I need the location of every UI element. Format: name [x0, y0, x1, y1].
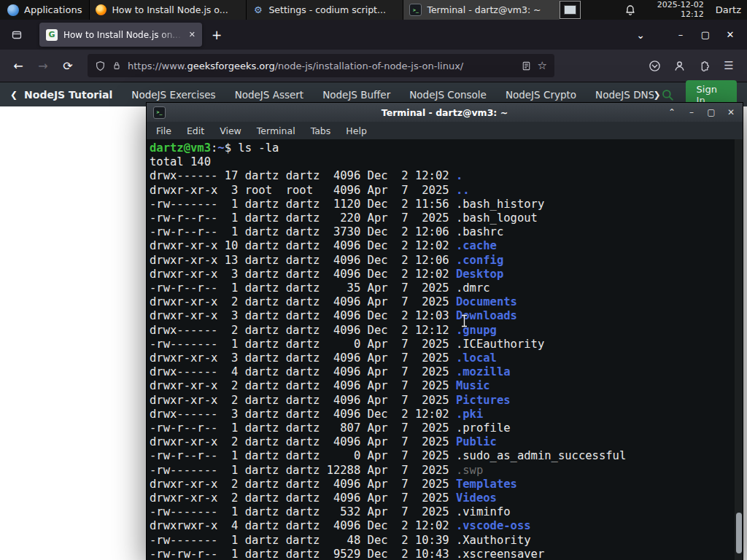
terminal-maximize-button[interactable]: ▢: [706, 107, 716, 117]
ls-row-meta: drwxr-xr-x 3 root root 4096 Apr 7 2025: [150, 184, 456, 197]
forward-button[interactable]: →: [32, 55, 54, 77]
terminal-menu-item[interactable]: Edit: [187, 125, 204, 136]
desktop: Applications How to Install Node.js o...…: [0, 0, 747, 560]
url-protocol: https://www.: [128, 61, 187, 71]
ls-row-meta: drwx------ 2 dartz dartz 4096 Dec 2 12:1…: [150, 324, 456, 337]
ls-row-name: .mozilla: [456, 365, 511, 378]
terminal-ls-row: drwx------ 17 dartz dartz 4096 Dec 2 12:…: [150, 169, 743, 183]
close-button[interactable]: ✕: [722, 29, 738, 40]
shade-button[interactable]: ⌃: [667, 107, 677, 117]
terminal-ls-row: drwxr-xr-x 3 dartz dartz 4096 Dec 2 12:0…: [150, 268, 743, 281]
tab-close-icon[interactable]: ✕: [189, 30, 196, 39]
terminal-ls-row: drwxrwxr-x 4 dartz dartz 4096 Dec 2 12:0…: [150, 519, 743, 533]
top-panel: Applications How to Install Node.js o...…: [0, 0, 747, 20]
maximize-button[interactable]: ▢: [697, 29, 713, 40]
terminal-ls-row: -rw------- 1 dartz dartz 0 Apr 7 2025 .I…: [150, 338, 743, 351]
ls-row-name: .bash_history: [456, 198, 544, 211]
list-all-tabs-icon[interactable]: ⌄: [630, 29, 651, 41]
minimize-button[interactable]: –: [673, 29, 689, 40]
ls-row-meta: drwx------ 17 dartz dartz 4096 Dec 2 12:…: [150, 169, 456, 182]
site-nav-link[interactable]: NodeJS Tutorial: [24, 89, 112, 101]
ls-row-name: .config: [456, 254, 503, 267]
url-path: /node-js/installation-of-node-js-on-linu…: [275, 61, 464, 71]
firefox-view-icon[interactable]: [6, 24, 28, 46]
tray-terminal-icon[interactable]: [560, 1, 581, 19]
terminal-menu-item[interactable]: File: [156, 125, 171, 136]
site-nav-link[interactable]: NodeJS Assert: [235, 89, 304, 101]
terminal-menu-item[interactable]: Help: [346, 125, 367, 136]
prompt-user-host: dartz@vm3: [150, 141, 211, 155]
task-button[interactable]: >_Terminal - dartz@vm3: ~: [403, 0, 560, 20]
applications-menu-button[interactable]: Applications: [0, 0, 89, 20]
site-nav-link[interactable]: NodeJS Console: [409, 89, 487, 101]
terminal-ls-row: drwxr-xr-x 2 dartz dartz 4096 Apr 7 2025…: [150, 295, 743, 309]
site-nav-link[interactable]: NodeJS Buffer: [322, 89, 390, 101]
site-nav-link[interactable]: NodeJS Crypto: [506, 89, 576, 101]
terminal-ls-row: drwxr-xr-x 10 dartz dartz 4096 Dec 2 12:…: [150, 239, 743, 253]
tab-bar: G How to Install Node.js on... ✕ + ⌄ – ▢…: [0, 20, 747, 50]
terminal-scrollbar[interactable]: [735, 139, 743, 560]
shield-icon[interactable]: [95, 61, 106, 71]
tray-window-glyph: [564, 5, 576, 15]
reload-button[interactable]: ⟳: [57, 55, 79, 77]
account-icon[interactable]: [668, 55, 690, 77]
terminal-titlebar[interactable]: >_ Terminal - dartz@vm3: ~ ⌃ – ▢ ✕: [147, 103, 743, 122]
ls-row-name: Music: [456, 379, 490, 392]
terminal-ls-row: -rw------- 1 dartz dartz 1120 Dec 2 11:5…: [150, 198, 743, 211]
settings-icon: ⚙: [252, 4, 263, 15]
task-button[interactable]: How to Install Node.js o...: [89, 0, 246, 20]
terminal-ls-row: -rw------- 1 dartz dartz 48 Dec 2 10:39 …: [150, 534, 743, 548]
terminal-menu-item[interactable]: Tabs: [311, 125, 331, 136]
terminal-window-controls: ⌃ – ▢ ✕: [667, 107, 736, 117]
menu-icon[interactable]: ☰: [718, 55, 740, 77]
reader-mode-icon[interactable]: [521, 61, 532, 71]
url-bar[interactable]: https://www.geeksforgeeks.org/node-js/in…: [88, 54, 554, 77]
search-icon[interactable]: [661, 88, 674, 101]
terminal-scrollbar-thumb[interactable]: [736, 513, 742, 553]
terminal-output: dartz@vm3:~$ ls -latotal 140drwx------ 1…: [150, 141, 743, 560]
prompt-cwd: ~: [217, 141, 224, 155]
terminal-ls-row: -rw------- 1 dartz dartz 12288 Apr 7 202…: [150, 464, 743, 478]
ls-row-meta: drwxr-xr-x 2 dartz dartz 4096 Apr 7 2025: [150, 478, 456, 491]
terminal-ls-row: -rw-r--r-- 1 dartz dartz 220 Apr 7 2025 …: [150, 211, 743, 225]
ls-row-name: Pictures: [456, 394, 511, 407]
terminal-ls-row: -rw-r--r-- 1 dartz dartz 35 Apr 7 2025 .…: [150, 281, 743, 295]
notifications-bell-icon[interactable]: [624, 4, 636, 16]
terminal-prompt-line: dartz@vm3:~$ ls -la: [150, 141, 743, 155]
extensions-icon[interactable]: [693, 55, 715, 77]
ls-row-name: ..: [456, 184, 470, 197]
panel-clock[interactable]: 2025-12-02 12:12: [646, 1, 703, 19]
terminal-ls-row: -rw------- 1 dartz dartz 532 Apr 7 2025 …: [150, 505, 743, 519]
nav-scroll-left-icon[interactable]: ❮: [10, 90, 18, 100]
applications-menu-icon: [7, 4, 19, 16]
ls-row-name: Desktop: [456, 268, 503, 281]
terminal-ls-row: drwxr-xr-x 13 dartz dartz 4096 Dec 2 12:…: [150, 254, 743, 268]
ls-row-name: .xscreensaver: [456, 548, 544, 560]
terminal-window: >_ Terminal - dartz@vm3: ~ ⌃ – ▢ ✕ FileE…: [146, 102, 743, 560]
lock-icon[interactable]: [112, 61, 122, 71]
terminal-ls-row: drwxr-xr-x 3 root root 4096 Apr 7 2025 .…: [150, 184, 743, 198]
task-button[interactable]: ⚙Settings - codium script...: [246, 0, 403, 20]
terminal-menu-item[interactable]: Terminal: [257, 125, 295, 136]
ls-row-name: .swp: [456, 464, 483, 477]
ls-row-meta: -rw-r--r-- 1 dartz dartz 3730 Dec 2 12:0…: [150, 225, 456, 238]
terminal-close-button[interactable]: ✕: [726, 107, 736, 117]
ls-row-meta: drwxr-xr-x 2 dartz dartz 4096 Apr 7 2025: [150, 394, 456, 407]
bookmark-star-icon[interactable]: ☆: [538, 59, 547, 72]
mouse-cursor-ibeam: [460, 314, 468, 327]
taskbar: How to Install Node.js o...⚙Settings - c…: [89, 0, 560, 20]
terminal-minimize-button[interactable]: –: [686, 107, 697, 117]
new-tab-button[interactable]: +: [206, 25, 227, 45]
terminal-ls-row: -rw-r--r-- 1 dartz dartz 807 Apr 7 2025 …: [150, 421, 743, 435]
terminal-menu-item[interactable]: View: [220, 125, 241, 136]
site-nav-link[interactable]: NodeJS Exercises: [131, 89, 215, 101]
site-nav-link[interactable]: NodeJS DNS: [595, 89, 653, 101]
terminal-screen[interactable]: dartz@vm3:~$ ls -latotal 140drwx------ 1…: [147, 139, 743, 560]
nav-scroll-right-icon[interactable]: ❯: [654, 90, 661, 100]
ls-row-meta: -rw-r--r-- 1 dartz dartz 807 Apr 7 2025: [150, 421, 456, 435]
browser-tab[interactable]: G How to Install Node.js on... ✕: [39, 23, 202, 47]
tab-title: How to Install Node.js on...: [63, 30, 183, 40]
task-title: How to Install Node.js o...: [112, 4, 228, 15]
back-button[interactable]: ←: [7, 55, 29, 77]
pocket-icon[interactable]: [643, 55, 665, 77]
